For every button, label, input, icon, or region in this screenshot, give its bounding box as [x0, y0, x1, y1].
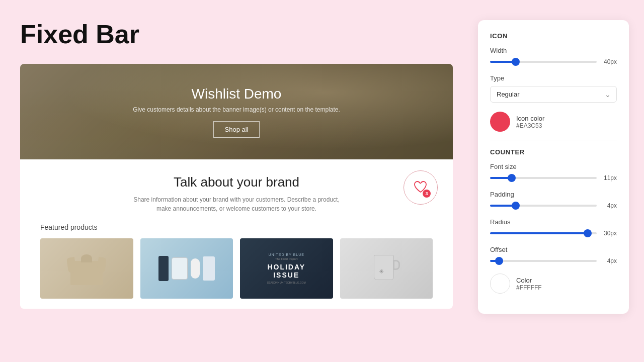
page-title: Fixed Bar — [20, 20, 453, 49]
radius-range-row: 30px — [490, 230, 617, 237]
font-size-range-row: 11px — [490, 174, 617, 182]
padding-slider[interactable] — [490, 205, 597, 207]
width-range-row: 40px — [490, 58, 617, 65]
offset-label: Offset — [490, 246, 617, 253]
type-control: Type Regular Filled Outline — [490, 74, 617, 103]
shop-all-button[interactable]: Shop all — [213, 121, 260, 138]
hero-banner: Wishlist Demo Give customers details abo… — [20, 64, 453, 159]
offset-range-row: 4px — [490, 257, 617, 264]
icon-color-row: Icon color #EA3C53 — [490, 112, 617, 132]
counter-section-label: COUNTER — [490, 148, 617, 156]
counter-color-label: Color — [516, 277, 542, 284]
icon-color-hex: #EA3C53 — [516, 122, 544, 129]
brand-desc: Share information about your brand with … — [131, 195, 342, 213]
radius-value: 30px — [601, 230, 617, 237]
type-select-wrapper: Regular Filled Outline — [490, 86, 617, 103]
width-control: Width 40px — [490, 47, 617, 65]
padding-label: Padding — [490, 191, 617, 198]
padding-control: Padding 4px — [490, 191, 617, 209]
font-size-label: Font size — [490, 163, 617, 170]
sweater-illustration — [66, 252, 107, 285]
radius-slider[interactable] — [490, 232, 597, 234]
width-slider[interactable] — [490, 61, 597, 63]
width-value: 40px — [601, 58, 617, 65]
font-size-slider[interactable] — [490, 177, 597, 179]
padding-value: 4px — [601, 202, 617, 209]
hero-title: Wishlist Demo — [192, 86, 282, 102]
offset-value: 4px — [601, 257, 617, 264]
counter-color-info: Color #FFFFFF — [516, 277, 542, 291]
padding-range-row: 4px — [490, 202, 617, 209]
product-card-magazine: UNITED BY BLUE The Field Report HOLIDAYI… — [240, 238, 333, 299]
brand-title: Talk about your brand — [40, 174, 433, 190]
font-size-control: Font size 11px — [490, 163, 617, 182]
hero-subtitle: Give customers details about the banner … — [133, 106, 340, 113]
offset-control: Offset 4px — [490, 246, 617, 264]
products-row: UNITED BY BLUE The Field Report HOLIDAYI… — [40, 238, 433, 299]
icon-color-swatch[interactable] — [490, 112, 510, 132]
font-size-value: 11px — [601, 174, 617, 182]
radius-control: Radius 30px — [490, 218, 617, 237]
product-card-mug: ✳ — [340, 238, 433, 299]
featured-label: Featured products — [40, 223, 433, 231]
icon-color-info: Icon color #EA3C53 — [516, 115, 544, 129]
wishlist-button[interactable]: 3 — [404, 170, 438, 205]
divider — [490, 140, 617, 140]
width-label: Width — [490, 47, 617, 54]
product-card-sweater — [40, 238, 133, 299]
radius-label: Radius — [490, 218, 617, 226]
icon-color-label: Icon color — [516, 115, 544, 122]
type-select[interactable]: Regular Filled Outline — [490, 86, 617, 103]
content-section: 3 Talk about your brand Share informatio… — [20, 159, 453, 309]
wishlist-counter: 3 — [423, 190, 431, 198]
type-label: Type — [490, 74, 617, 82]
icon-section-label: ICON — [490, 32, 617, 40]
right-panel: ICON Width 40px Type Regular Filled Outl… — [478, 20, 629, 314]
product-card-skincare — [140, 238, 233, 299]
offset-slider[interactable] — [490, 260, 597, 262]
counter-color-swatch[interactable] — [490, 274, 510, 294]
counter-color-row: Color #FFFFFF — [490, 274, 617, 294]
left-area: Fixed Bar Wishlist Demo Give customers d… — [0, 0, 468, 362]
wishlist-heart: 3 — [413, 178, 429, 197]
preview-container: Wishlist Demo Give customers details abo… — [20, 64, 453, 309]
counter-color-hex: #FFFFFF — [516, 284, 542, 291]
